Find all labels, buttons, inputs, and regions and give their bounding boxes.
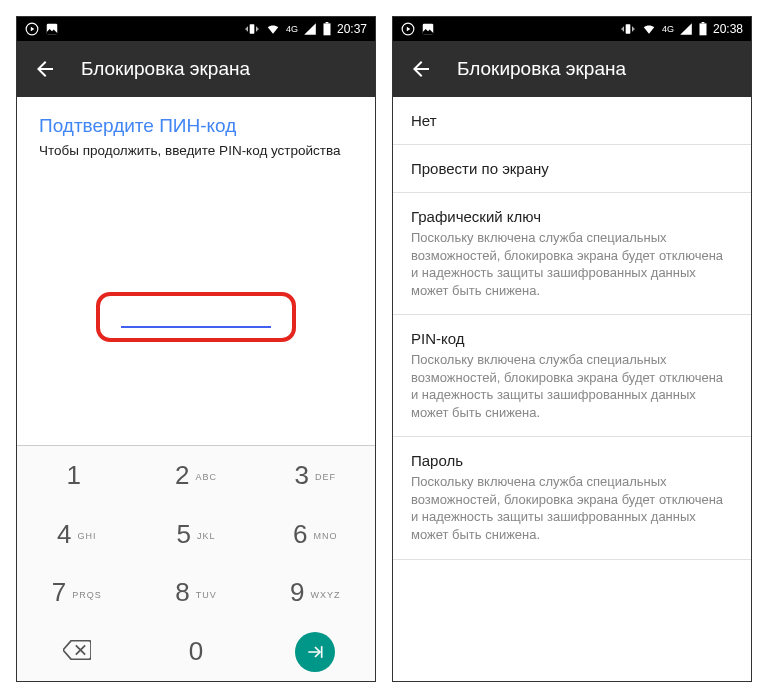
- image-icon: [421, 22, 435, 36]
- status-bar: 4G 20:38: [393, 17, 751, 41]
- option-title: Графический ключ: [411, 208, 733, 225]
- enter-icon: [295, 632, 335, 672]
- option-title: Нет: [411, 112, 733, 129]
- play-icon: [401, 22, 415, 36]
- option-swipe[interactable]: Провести по экрану: [393, 145, 751, 193]
- svg-rect-8: [699, 23, 706, 35]
- option-none[interactable]: Нет: [393, 97, 751, 145]
- option-pin[interactable]: PIN-код Поскольку включена служба специа…: [393, 315, 751, 437]
- wifi-icon: [641, 22, 657, 36]
- signal-icon: [303, 22, 317, 36]
- key-4[interactable]: 4GHI: [17, 505, 136, 564]
- option-title: Провести по экрану: [411, 160, 733, 177]
- key-7[interactable]: 7PRQS: [17, 564, 136, 623]
- play-icon: [25, 22, 39, 36]
- backspace-icon: [63, 638, 91, 666]
- key-3[interactable]: 3DEF: [256, 446, 375, 505]
- key-9[interactable]: 9WXYZ: [256, 564, 375, 623]
- confirm-subtitle: Чтобы продолжить, введите PIN-код устрой…: [17, 143, 375, 158]
- confirm-pin-body: Подтвердите ПИН-код Чтобы продолжить, вв…: [17, 97, 375, 445]
- key-backspace[interactable]: [17, 622, 136, 681]
- option-password[interactable]: Пароль Поскольку включена служба специал…: [393, 437, 751, 559]
- network-label: 4G: [662, 24, 674, 34]
- key-1[interactable]: 1: [17, 446, 136, 505]
- vibrate-icon: [244, 22, 260, 36]
- vibrate-icon: [620, 22, 636, 36]
- option-pattern[interactable]: Графический ключ Поскольку включена служ…: [393, 193, 751, 315]
- key-5[interactable]: 5JKL: [136, 505, 255, 564]
- phone-left: 4G 20:37 Блокировка экрана Подтвердите П…: [16, 16, 376, 682]
- option-subtitle: Поскольку включена служба специальных во…: [411, 229, 733, 299]
- option-title: PIN-код: [411, 330, 733, 347]
- appbar-title: Блокировка экрана: [457, 58, 626, 80]
- svg-rect-3: [323, 23, 330, 35]
- appbar: Блокировка экрана: [393, 41, 751, 97]
- key-8[interactable]: 8TUV: [136, 564, 255, 623]
- key-6[interactable]: 6MNO: [256, 505, 375, 564]
- lock-options-list: Нет Провести по экрану Графический ключ …: [393, 97, 751, 681]
- pin-input[interactable]: [121, 326, 271, 328]
- battery-icon: [698, 22, 708, 36]
- status-bar: 4G 20:37: [17, 17, 375, 41]
- appbar-title: Блокировка экрана: [81, 58, 250, 80]
- svg-rect-9: [702, 22, 705, 23]
- option-subtitle: Поскольку включена служба специальных во…: [411, 473, 733, 543]
- clock-label: 20:38: [713, 22, 743, 36]
- keypad: 1 2ABC 3DEF 4GHI 5JKL 6MNO 7PRQS 8TUV 9W…: [17, 445, 375, 681]
- image-icon: [45, 22, 59, 36]
- svg-rect-7: [626, 24, 631, 33]
- pin-highlight-annotation: [96, 292, 296, 342]
- network-label: 4G: [286, 24, 298, 34]
- back-button[interactable]: [409, 57, 433, 81]
- option-subtitle: Поскольку включена служба специальных во…: [411, 351, 733, 421]
- phone-right: 4G 20:38 Блокировка экрана Нет Провести …: [392, 16, 752, 682]
- confirm-title: Подтвердите ПИН-код: [17, 97, 375, 143]
- wifi-icon: [265, 22, 281, 36]
- signal-icon: [679, 22, 693, 36]
- svg-rect-4: [326, 22, 329, 23]
- key-0[interactable]: 0: [136, 622, 255, 681]
- back-button[interactable]: [33, 57, 57, 81]
- key-enter[interactable]: [256, 622, 375, 681]
- appbar: Блокировка экрана: [17, 41, 375, 97]
- option-title: Пароль: [411, 452, 733, 469]
- svg-rect-2: [250, 24, 255, 33]
- key-2[interactable]: 2ABC: [136, 446, 255, 505]
- clock-label: 20:37: [337, 22, 367, 36]
- battery-icon: [322, 22, 332, 36]
- pin-input-zone: [17, 158, 375, 445]
